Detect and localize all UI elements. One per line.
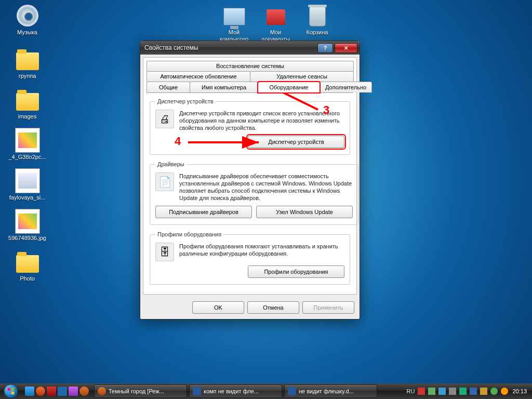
desktop-icon-gruppa[interactable]: группа <box>8 47 47 79</box>
icon-label: images <box>8 113 47 120</box>
desktop-icon-images[interactable]: images <box>8 87 47 120</box>
dialog-body: Восстановление системы Автоматическое об… <box>143 57 357 295</box>
start-button[interactable] <box>0 383 22 399</box>
desktop-icon-music[interactable]: Музыка <box>8 3 47 36</box>
help-button[interactable]: ? <box>317 43 333 53</box>
quick-launch-firefox-icon[interactable] <box>79 387 89 396</box>
tab-general[interactable]: Общие <box>147 82 190 92</box>
language-indicator[interactable]: RU <box>407 388 415 394</box>
group-text: Подписывание драйверов обеспечивает совм… <box>179 172 353 202</box>
folder-icon <box>15 87 40 112</box>
desktop-icon-image1[interactable]: _4_G38o2pc... <box>8 128 47 161</box>
task-label: комп не видит фле... <box>204 388 259 394</box>
svg-rect-4 <box>8 392 11 395</box>
hardware-profiles-button[interactable]: Профили оборудования <box>248 265 344 278</box>
windows-orb-icon <box>4 384 18 398</box>
driver-signing-button[interactable]: Подписывание драйверов <box>155 206 252 218</box>
tray-icon[interactable] <box>470 388 477 395</box>
cd-icon <box>15 3 40 28</box>
tray-icon[interactable] <box>459 388 467 395</box>
desktop-icon-mydocs[interactable]: Мои документы <box>256 3 295 43</box>
tray-icon[interactable] <box>449 388 456 395</box>
icon-label: Музыка <box>8 29 47 36</box>
tab-remote[interactable]: Удаленные сеансы <box>250 71 354 82</box>
tab-strip: Восстановление системы Автоматическое об… <box>143 58 356 92</box>
task-label: не видит флешку.d... <box>299 388 354 394</box>
tray-icon[interactable] <box>418 388 425 395</box>
system-properties-dialog: Свойства системы ? ✕ Восстановление сист… <box>140 41 360 320</box>
ok-button[interactable]: OK <box>192 301 244 314</box>
svg-rect-2 <box>8 388 11 391</box>
system-tray: RU 20:13 <box>403 388 532 395</box>
icon-label: группа <box>8 73 47 79</box>
tray-icon[interactable] <box>490 388 498 395</box>
tab-auto-update[interactable]: Автоматическое обновление <box>147 71 250 82</box>
windows-update-button[interactable]: Узел Windows Update <box>256 206 353 218</box>
taskbar-tasks: Темный город [Реж... комп не видит фле..… <box>92 384 403 398</box>
quick-launch-opera-icon[interactable] <box>47 387 56 396</box>
dialog-footer: OK Отмена Применить <box>140 297 360 319</box>
tab-computer-name[interactable]: Имя компьютера <box>190 82 258 92</box>
tray-icon[interactable] <box>480 388 487 395</box>
drivers-icon: 📄 <box>155 172 174 191</box>
svg-rect-3 <box>11 388 15 391</box>
tray-icon[interactable] <box>501 388 508 395</box>
quick-launch-ie-icon[interactable] <box>25 387 34 396</box>
group-hardware-profiles: Профили оборудования 🗄 Профили оборудова… <box>150 231 350 285</box>
window-title: Свойства системы <box>144 44 316 51</box>
firefox-icon <box>98 387 106 395</box>
quick-launch-chrome-icon[interactable] <box>36 387 45 396</box>
icon-label: Photo <box>8 275 47 282</box>
desktop: Музыка Мой компьютер Мои документы Корзи… <box>0 0 532 399</box>
icon-label: Корзина <box>298 29 337 36</box>
icon-label: faylovaya_si... <box>8 194 47 201</box>
group-legend: Профили оборудования <box>155 231 223 237</box>
clock[interactable]: 20:13 <box>511 388 528 394</box>
cancel-button[interactable]: Отмена <box>247 301 299 314</box>
taskbar-item-firefox[interactable]: Темный город [Реж... <box>94 384 187 398</box>
image-thumb-icon <box>15 168 40 193</box>
desktop-icon-image2[interactable]: faylovaya_si... <box>8 168 47 201</box>
documents-icon <box>263 3 288 28</box>
image-thumb-icon <box>15 209 40 234</box>
quick-launch-app-icon[interactable] <box>69 387 78 396</box>
desktop-icon-mycomputer[interactable]: Мой компьютер <box>215 3 254 43</box>
tray-icon[interactable] <box>428 388 435 395</box>
hardware-profiles-icon: 🗄 <box>155 243 174 261</box>
icon-label: 596748936.jpg <box>8 235 47 242</box>
word-icon <box>288 387 296 395</box>
tab-advanced[interactable]: Дополнительно <box>320 82 372 92</box>
icon-label: _4_G38o2pc... <box>8 154 47 161</box>
device-manager-button[interactable]: Диспетчер устройств <box>248 136 344 148</box>
apply-button[interactable]: Применить <box>302 301 354 314</box>
taskbar: Темный город [Реж... комп не видит фле..… <box>0 383 532 399</box>
group-device-manager: Диспетчер устройств 🖨 Диспетчер устройст… <box>150 98 350 155</box>
group-drivers: Драйверы 📄 Подписывание драйверов обеспе… <box>150 161 358 225</box>
recycle-bin-icon <box>305 3 330 28</box>
computer-icon <box>222 3 247 28</box>
folder-icon <box>15 249 40 274</box>
tab-hardware[interactable]: Оборудование <box>258 82 320 93</box>
group-legend: Диспетчер устройств <box>155 98 216 104</box>
tab-system-restore[interactable]: Восстановление системы <box>147 61 354 71</box>
group-legend: Драйверы <box>155 161 187 167</box>
image-thumb-icon <box>15 128 40 153</box>
device-manager-icon: 🖨 <box>155 110 174 128</box>
task-label: Темный город [Реж... <box>109 388 164 394</box>
word-icon <box>193 387 201 395</box>
group-text: Профили оборудования помогают устанавлив… <box>179 243 344 257</box>
close-button[interactable]: ✕ <box>335 43 357 53</box>
tab-content-hardware: Диспетчер устройств 🖨 Диспетчер устройст… <box>147 92 353 294</box>
quick-launch <box>22 387 92 396</box>
taskbar-item-word1[interactable]: комп не видит фле... <box>189 384 282 398</box>
desktop-icon-image3[interactable]: 596748936.jpg <box>8 209 47 242</box>
desktop-icon-recycle[interactable]: Корзина <box>298 3 337 36</box>
quick-launch-save-icon[interactable] <box>58 387 67 396</box>
tray-icon[interactable] <box>438 388 446 395</box>
group-text: Диспетчер устройств приводит список всег… <box>179 110 344 131</box>
desktop-icon-photo[interactable]: Photo <box>8 249 47 282</box>
svg-rect-5 <box>11 392 15 395</box>
titlebar[interactable]: Свойства системы ? ✕ <box>140 41 360 55</box>
folder-icon <box>15 47 40 72</box>
taskbar-item-word2[interactable]: не видит флешку.d... <box>284 384 377 398</box>
